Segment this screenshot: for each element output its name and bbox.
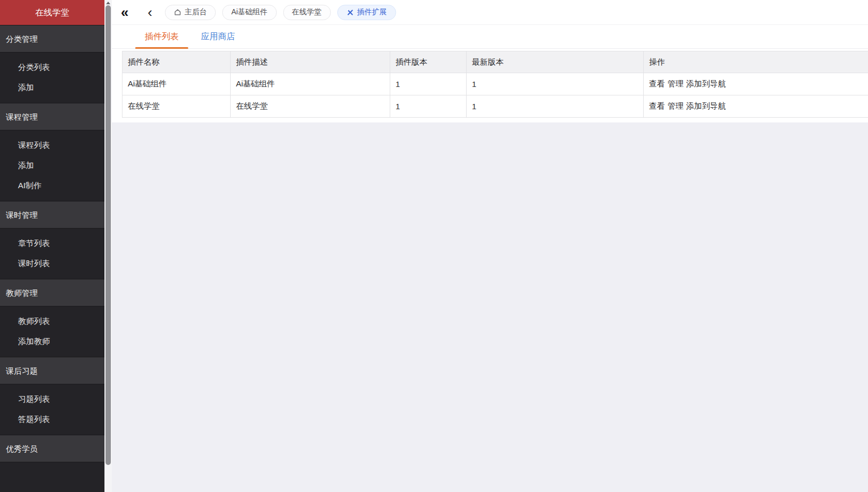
action-add-to-nav[interactable]: 添加到导航 bbox=[686, 101, 726, 110]
sidebar-section-teacher-management[interactable]: 教师管理 bbox=[0, 279, 104, 306]
sidebar-submenu-teacher-management: 教师列表添加教师 bbox=[0, 306, 104, 357]
sidebar-scrollbar[interactable] bbox=[104, 0, 112, 492]
sidebar-submenu-course-management: 课程列表添加AI制作 bbox=[0, 130, 104, 201]
table-header-row: 插件名称插件描述插件版本最新版本操作 bbox=[122, 51, 868, 73]
cell-plugin-name: Ai基础组件 bbox=[122, 73, 231, 95]
cell-plugin-name: 在线学堂 bbox=[122, 95, 231, 118]
topbar: « ‹ 主后台Ai基础组件在线学堂插件扩展 bbox=[112, 0, 868, 25]
sidebar-submenu-lesson-management: 章节列表课时列表 bbox=[0, 229, 104, 279]
sidebar-section-excellent-students[interactable]: 优秀学员 bbox=[0, 435, 104, 462]
table-row: 在线学堂在线学堂11查看管理添加到导航 bbox=[122, 95, 868, 118]
sidebar: 在线学堂 分类管理分类列表添加课程管理课程列表添加AI制作课时管理章节列表课时列… bbox=[0, 0, 104, 492]
plugin-icon bbox=[346, 8, 354, 16]
cell-plugin-description: 在线学堂 bbox=[231, 95, 390, 118]
action-view[interactable]: 查看 bbox=[649, 79, 665, 88]
cell-latest-version: 1 bbox=[467, 95, 644, 118]
sidebar-section-lesson-management[interactable]: 课时管理 bbox=[0, 201, 104, 229]
sidebar-item-lesson-list[interactable]: 课时列表 bbox=[0, 253, 104, 274]
breadcrumb-label: 在线学堂 bbox=[292, 7, 322, 17]
cell-actions: 查看管理添加到导航 bbox=[644, 95, 868, 118]
sidebar-item-course-add[interactable]: 添加 bbox=[0, 155, 104, 175]
breadcrumb-plugin-extension[interactable]: 插件扩展 bbox=[337, 5, 396, 20]
table-row: Ai基础组件Ai基础组件11查看管理添加到导航 bbox=[122, 73, 868, 95]
collapse-sidebar-icon[interactable]: « bbox=[121, 5, 128, 19]
action-manage[interactable]: 管理 bbox=[668, 101, 683, 110]
tab-plugin-list[interactable]: 插件列表 bbox=[134, 25, 190, 48]
cell-plugin-version: 1 bbox=[390, 73, 467, 95]
sidebar-section-homework[interactable]: 课后习题 bbox=[0, 357, 104, 384]
content-card: 插件列表应用商店 插件名称插件描述插件版本最新版本操作 Ai基础组件Ai基础组件… bbox=[112, 25, 868, 122]
action-add-to-nav[interactable]: 添加到导航 bbox=[686, 79, 726, 88]
column-header: 操作 bbox=[644, 51, 868, 73]
sidebar-item-chapter-list[interactable]: 章节列表 bbox=[0, 233, 104, 253]
tab-app-store[interactable]: 应用商店 bbox=[190, 25, 246, 48]
breadcrumb-ai-base-component[interactable]: Ai基础组件 bbox=[222, 5, 276, 20]
plugin-table: 插件名称插件描述插件版本最新版本操作 Ai基础组件Ai基础组件11查看管理添加到… bbox=[122, 51, 868, 118]
sidebar-item-category-add[interactable]: 添加 bbox=[0, 77, 104, 98]
back-icon[interactable]: ‹ bbox=[147, 5, 152, 19]
sidebar-item-exercise-list[interactable]: 习题列表 bbox=[0, 389, 104, 409]
breadcrumb: 主后台Ai基础组件在线学堂插件扩展 bbox=[165, 5, 396, 20]
sidebar-submenu-homework: 习题列表答题列表 bbox=[0, 384, 104, 435]
breadcrumb-online-school[interactable]: 在线学堂 bbox=[283, 5, 331, 20]
sidebar-section-course-management[interactable]: 课程管理 bbox=[0, 103, 104, 130]
cell-latest-version: 1 bbox=[467, 73, 644, 95]
breadcrumb-label: 插件扩展 bbox=[357, 7, 387, 17]
column-header: 插件名称 bbox=[122, 51, 231, 73]
tab-bar: 插件列表应用商店 bbox=[112, 25, 868, 49]
main-area: « ‹ 主后台Ai基础组件在线学堂插件扩展 插件列表应用商店 插件名称插件描述插… bbox=[112, 0, 868, 122]
scroll-up-arrow-icon[interactable] bbox=[106, 2, 110, 4]
cell-actions: 查看管理添加到导航 bbox=[644, 73, 868, 95]
action-manage[interactable]: 管理 bbox=[668, 79, 683, 88]
column-header: 插件描述 bbox=[231, 51, 390, 73]
column-header: 最新版本 bbox=[467, 51, 644, 73]
app-title: 在线学堂 bbox=[0, 0, 104, 25]
cell-plugin-version: 1 bbox=[390, 95, 467, 118]
sidebar-item-teacher-add[interactable]: 添加教师 bbox=[0, 331, 104, 352]
cell-plugin-description: Ai基础组件 bbox=[231, 73, 390, 95]
sidebar-item-ai-create[interactable]: AI制作 bbox=[0, 175, 104, 196]
sidebar-nav: 分类管理分类列表添加课程管理课程列表添加AI制作课时管理章节列表课时列表教师管理… bbox=[0, 25, 104, 462]
scrollbar-thumb[interactable] bbox=[106, 5, 111, 465]
breadcrumb-label: 主后台 bbox=[185, 7, 207, 17]
sidebar-section-category-management[interactable]: 分类管理 bbox=[0, 25, 104, 52]
breadcrumb-main-backend[interactable]: 主后台 bbox=[165, 5, 216, 20]
breadcrumb-label: Ai基础组件 bbox=[231, 7, 267, 17]
sidebar-item-category-list[interactable]: 分类列表 bbox=[0, 57, 104, 77]
column-header: 插件版本 bbox=[390, 51, 467, 73]
sidebar-item-answer-list[interactable]: 答题列表 bbox=[0, 409, 104, 429]
sidebar-item-teacher-list[interactable]: 教师列表 bbox=[0, 311, 104, 331]
sidebar-item-course-list[interactable]: 课程列表 bbox=[0, 135, 104, 155]
sidebar-submenu-category-management: 分类列表添加 bbox=[0, 52, 104, 103]
action-view[interactable]: 查看 bbox=[649, 101, 665, 110]
home-icon bbox=[174, 8, 181, 16]
